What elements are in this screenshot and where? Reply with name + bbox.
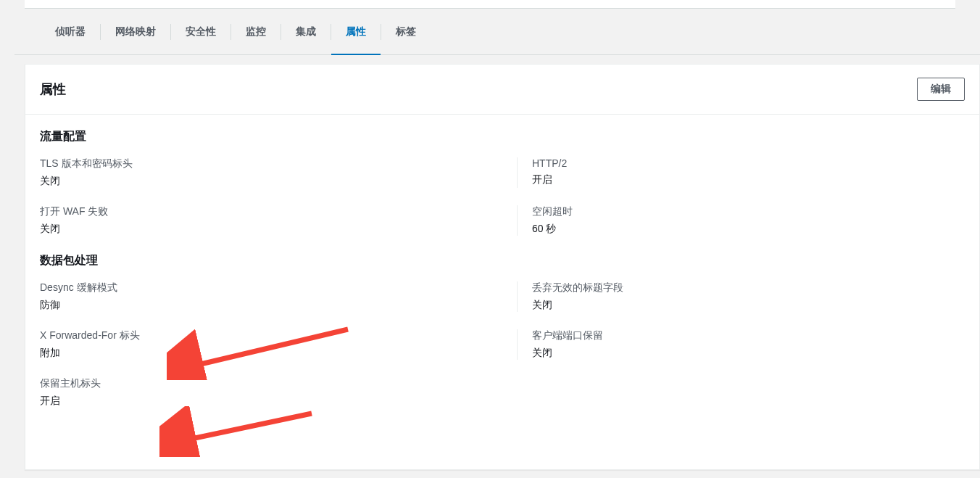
field-label: TLS 版本和密码标头 [40,157,473,170]
field-idle-timeout: 空闲超时 60 秒 [517,205,965,236]
packet-grid: Desync 缓解模式 防御 丢弃无效的标题字段 关闭 X Forwarded-… [40,281,965,408]
section-title-traffic: 流量配置 [40,129,965,144]
field-label: X Forwarded-For 标头 [40,329,473,342]
field-label: 打开 WAF 失败 [40,205,473,218]
field-client-port-preservation: 客户端端口保留 关闭 [517,329,965,360]
tab-tags[interactable]: 标签 [381,9,431,55]
field-value: 开启 [532,173,950,186]
field-http2: HTTP/2 开启 [517,157,965,188]
field-value: 60 秒 [532,223,950,236]
field-drop-invalid-header: 丢弃无效的标题字段 关闭 [517,281,965,312]
field-label: Desync 缓解模式 [40,281,473,294]
attributes-panel: 属性 编辑 流量配置 TLS 版本和密码标头 关闭 HTTP/2 开启 打开 W… [25,64,980,470]
tab-monitoring[interactable]: 监控 [231,9,281,55]
field-value: 关闭 [40,175,473,188]
tab-label: 属性 [346,25,366,38]
tab-attributes[interactable]: 属性 [331,9,381,55]
traffic-grid: TLS 版本和密码标头 关闭 HTTP/2 开启 打开 WAF 失败 关闭 空闲… [40,157,965,236]
section-title-packet: 数据包处理 [40,253,965,268]
field-value: 开启 [40,395,473,408]
tab-integrations[interactable]: 集成 [281,9,331,55]
field-desync-mitigation: Desync 缓解模式 防御 [40,281,488,312]
top-divider [25,0,955,9]
field-value: 关闭 [532,347,950,360]
field-label: 空闲超时 [532,205,950,218]
field-label: 丢弃无效的标题字段 [532,281,950,294]
field-waf-fail-open: 打开 WAF 失败 关闭 [40,205,488,236]
edit-button[interactable]: 编辑 [917,78,965,101]
field-value: 附加 [40,347,473,360]
tab-network-mapping[interactable]: 网络映射 [101,9,170,55]
tab-security[interactable]: 安全性 [171,9,231,55]
field-x-forwarded-for: X Forwarded-For 标头 附加 [40,329,488,360]
field-preserve-host-header: 保留主机标头 开启 [40,377,488,408]
tabs-bar: 侦听器 网络映射 安全性 监控 集成 属性 标签 [14,9,980,55]
field-label: 客户端端口保留 [532,329,950,342]
tab-label: 集成 [296,25,316,38]
field-tls-header: TLS 版本和密码标头 关闭 [40,157,488,188]
panel-header: 属性 编辑 [25,65,979,115]
panel-title: 属性 [40,81,66,98]
panel-body: 流量配置 TLS 版本和密码标头 关闭 HTTP/2 开启 打开 WAF 失败 … [25,115,979,440]
field-value: 防御 [40,299,473,312]
field-label: 保留主机标头 [40,377,473,390]
tab-label: 安全性 [186,25,216,38]
tab-label: 监控 [246,25,266,38]
tab-label: 标签 [396,25,416,38]
tab-label: 网络映射 [115,25,156,38]
field-value: 关闭 [40,223,473,236]
field-label: HTTP/2 [532,157,950,169]
field-value: 关闭 [532,299,950,312]
tab-listeners[interactable]: 侦听器 [41,9,100,55]
tab-label: 侦听器 [55,25,86,38]
